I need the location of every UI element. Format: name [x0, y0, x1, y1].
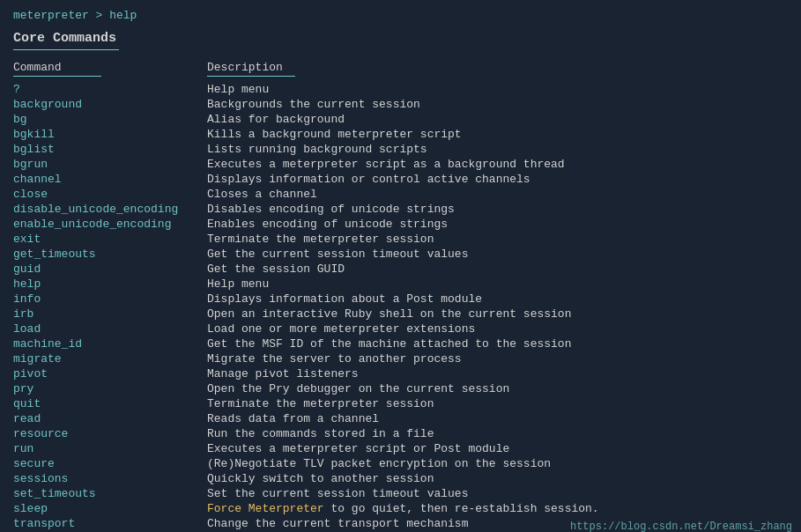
- command-description: Reads data from a channel: [207, 411, 788, 426]
- command-description: Executes a meterpreter script as a backg…: [207, 157, 788, 172]
- command-description: (Re)Negotiate TLV packet encryption on t…: [207, 456, 788, 471]
- section-underline: [13, 49, 119, 50]
- command-name: help: [13, 277, 207, 292]
- command-description: Disables encoding of unicode strings: [207, 202, 788, 217]
- command-description: Get the current session timeout values: [207, 247, 788, 262]
- table-row: get_timeoutsGet the current session time…: [13, 247, 788, 262]
- table-row: disable_unicode_encodingDisables encodin…: [13, 202, 788, 217]
- table-row: closeCloses a channel: [13, 187, 788, 202]
- command-name: close: [13, 187, 207, 202]
- command-name: quit: [13, 396, 207, 411]
- command-name: sessions: [13, 471, 207, 486]
- table-row: pivotManage pivot listeners: [13, 366, 788, 381]
- command-description: Lists running background scripts: [207, 142, 788, 157]
- table-row: quitTerminate the meterpreter session: [13, 396, 788, 411]
- command-name: bglist: [13, 142, 207, 157]
- table-row: bgrunExecutes a meterpreter script as a …: [13, 157, 788, 172]
- table-row: pryOpen the Pry debugger on the current …: [13, 381, 788, 396]
- command-name: set_timeouts: [13, 486, 207, 501]
- table-row: runExecutes a meterpreter script or Post…: [13, 441, 788, 456]
- command-name: irb: [13, 307, 207, 321]
- table-row: machine_idGet the MSF ID of the machine …: [13, 336, 788, 351]
- command-description: Backgrounds the current session: [207, 97, 788, 112]
- table-row: ?Help menu: [13, 82, 788, 97]
- command-description: Set the current session timeout values: [207, 486, 788, 501]
- table-row: sleepForce Meterpreter to go quiet, then…: [13, 501, 788, 516]
- command-description: Alias for background: [207, 112, 788, 127]
- command-name: transport: [13, 516, 207, 531]
- table-row: bglistLists running background scripts: [13, 142, 788, 157]
- table-row: bgkillKills a background meterpreter scr…: [13, 127, 788, 142]
- command-description: Terminate the meterpreter session: [207, 396, 788, 411]
- command-name: read: [13, 411, 207, 426]
- table-row: irbOpen an interactive Ruby shell on the…: [13, 307, 788, 321]
- command-description: Terminate the meterpreter session: [207, 232, 788, 247]
- command-name: bg: [13, 112, 207, 127]
- command-name: secure: [13, 456, 207, 471]
- command-description: Help menu: [207, 82, 788, 97]
- table-row: resourceRun the commands stored in a fil…: [13, 426, 788, 441]
- watermark: https://blog.csdn.net/Dreamsi_zhang: [570, 521, 792, 532]
- command-description: Get the MSF ID of the machine attached t…: [207, 336, 788, 351]
- table-row: readReads data from a channel: [13, 411, 788, 426]
- command-description: Quickly switch to another session: [207, 471, 788, 486]
- command-name: background: [13, 97, 207, 112]
- command-name: pry: [13, 381, 207, 396]
- table-row: loadLoad one or more meterpreter extensi…: [13, 321, 788, 336]
- table-row: backgroundBackgrounds the current sessio…: [13, 97, 788, 112]
- command-name: disable_unicode_encoding: [13, 202, 207, 217]
- column-header-description: Description: [207, 61, 788, 82]
- command-name: exit: [13, 232, 207, 247]
- command-description: Help menu: [207, 277, 788, 292]
- command-description: Load one or more meterpreter extensions: [207, 321, 788, 336]
- command-name: guid: [13, 262, 207, 277]
- table-row: bgAlias for background: [13, 112, 788, 127]
- command-name: pivot: [13, 366, 207, 381]
- command-name: machine_id: [13, 336, 207, 351]
- command-name: resource: [13, 426, 207, 441]
- table-row: infoDisplays information about a Post mo…: [13, 292, 788, 307]
- command-name: run: [13, 441, 207, 456]
- command-description: Force Meterpreter to go quiet, then re-e…: [207, 501, 788, 516]
- command-description: Executes a meterpreter script or Post mo…: [207, 441, 788, 456]
- terminal-prompt: meterpreter > help: [13, 9, 788, 22]
- command-name: migrate: [13, 351, 207, 366]
- command-description: Manage pivot listeners: [207, 366, 788, 381]
- command-description: Closes a channel: [207, 187, 788, 202]
- table-row: enable_unicode_encodingEnables encoding …: [13, 217, 788, 232]
- table-row: secure(Re)Negotiate TLV packet encryptio…: [13, 456, 788, 471]
- command-description: Enables encoding of unicode strings: [207, 217, 788, 232]
- command-table: Command Description ?Help menubackground…: [13, 61, 788, 531]
- command-name: sleep: [13, 501, 207, 516]
- table-row: sessionsQuickly switch to another sessio…: [13, 471, 788, 486]
- command-description: Displays information or control active c…: [207, 172, 788, 187]
- command-name: enable_unicode_encoding: [13, 217, 207, 232]
- table-row: guidGet the session GUID: [13, 262, 788, 277]
- command-name: bgkill: [13, 127, 207, 142]
- table-row: migrateMigrate the server to another pro…: [13, 351, 788, 366]
- command-description: Open an interactive Ruby shell on the cu…: [207, 307, 788, 321]
- command-name: channel: [13, 172, 207, 187]
- command-name: load: [13, 321, 207, 336]
- command-description: Kills a background meterpreter script: [207, 127, 788, 142]
- command-name: bgrun: [13, 157, 207, 172]
- command-description: Get the session GUID: [207, 262, 788, 277]
- table-row: helpHelp menu: [13, 277, 788, 292]
- section-title: Core Commands: [13, 31, 788, 46]
- command-name: get_timeouts: [13, 247, 207, 262]
- command-name: ?: [13, 82, 207, 97]
- command-description: Migrate the server to another process: [207, 351, 788, 366]
- command-name: info: [13, 292, 207, 307]
- command-description: Open the Pry debugger on the current ses…: [207, 381, 788, 396]
- command-description: Run the commands stored in a file: [207, 426, 788, 441]
- table-row: channelDisplays information or control a…: [13, 172, 788, 187]
- table-row: set_timeoutsSet the current session time…: [13, 486, 788, 501]
- column-header-command: Command: [13, 61, 207, 82]
- table-row: exitTerminate the meterpreter session: [13, 232, 788, 247]
- command-description: Displays information about a Post module: [207, 292, 788, 307]
